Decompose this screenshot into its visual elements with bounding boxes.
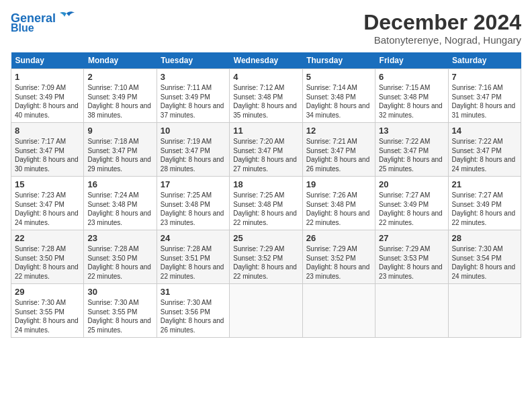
day-info: Sunrise: 7:28 AM Sunset: 3:50 PM Dayligh… — [87, 244, 152, 281]
day-info: Sunrise: 7:15 AM Sunset: 3:48 PM Dayligh… — [379, 83, 444, 120]
calendar-week-4: 22 Sunrise: 7:28 AM Sunset: 3:50 PM Dayl… — [11, 230, 521, 284]
calendar-cell — [448, 284, 521, 338]
weekday-header-friday: Friday — [375, 52, 448, 69]
calendar-cell: 29 Sunrise: 7:30 AM Sunset: 3:55 PM Dayl… — [11, 284, 84, 338]
day-number: 27 — [379, 233, 444, 243]
calendar-cell: 19 Sunrise: 7:26 AM Sunset: 3:48 PM Dayl… — [302, 177, 375, 230]
day-info: Sunrise: 7:23 AM Sunset: 3:47 PM Dayligh… — [15, 191, 80, 227]
day-number: 20 — [379, 179, 444, 189]
calendar-cell: 24 Sunrise: 7:28 AM Sunset: 3:51 PM Dayl… — [157, 230, 229, 284]
day-number: 12 — [306, 126, 371, 136]
calendar-cell: 25 Sunrise: 7:29 AM Sunset: 3:52 PM Dayl… — [230, 230, 302, 284]
calendar-cell: 26 Sunrise: 7:29 AM Sunset: 3:52 PM Dayl… — [302, 230, 375, 284]
calendar-cell: 21 Sunrise: 7:27 AM Sunset: 3:49 PM Dayl… — [448, 177, 521, 230]
logo: General Blue — [11, 11, 76, 34]
day-info: Sunrise: 7:24 AM Sunset: 3:48 PM Dayligh… — [87, 191, 152, 227]
day-info: Sunrise: 7:25 AM Sunset: 3:48 PM Dayligh… — [161, 191, 226, 227]
calendar-week-2: 8 Sunrise: 7:17 AM Sunset: 3:47 PM Dayli… — [11, 123, 521, 177]
calendar-body: 1 Sunrise: 7:09 AM Sunset: 3:49 PM Dayli… — [11, 69, 521, 338]
calendar-cell: 30 Sunrise: 7:30 AM Sunset: 3:55 PM Dayl… — [84, 284, 157, 338]
weekday-header-sunday: Sunday — [11, 52, 84, 69]
day-info: Sunrise: 7:30 AM Sunset: 3:55 PM Dayligh… — [15, 298, 80, 334]
day-number: 6 — [379, 72, 444, 82]
calendar-header: SundayMondayTuesdayWednesdayThursdayFrid… — [11, 52, 521, 69]
calendar-cell: 10 Sunrise: 7:19 AM Sunset: 3:47 PM Dayl… — [157, 123, 229, 177]
calendar-cell: 8 Sunrise: 7:17 AM Sunset: 3:47 PM Dayli… — [11, 123, 84, 177]
calendar-cell: 22 Sunrise: 7:28 AM Sunset: 3:50 PM Dayl… — [11, 230, 84, 284]
day-info: Sunrise: 7:10 AM Sunset: 3:49 PM Dayligh… — [87, 83, 152, 120]
day-info: Sunrise: 7:25 AM Sunset: 3:48 PM Dayligh… — [233, 191, 298, 227]
day-number: 9 — [87, 126, 152, 136]
day-info: Sunrise: 7:30 AM Sunset: 3:56 PM Dayligh… — [161, 298, 226, 334]
calendar-cell: 13 Sunrise: 7:22 AM Sunset: 3:47 PM Dayl… — [375, 123, 448, 177]
calendar-cell: 4 Sunrise: 7:12 AM Sunset: 3:48 PM Dayli… — [230, 69, 302, 123]
day-info: Sunrise: 7:27 AM Sunset: 3:49 PM Dayligh… — [452, 191, 517, 227]
day-number: 23 — [87, 233, 152, 243]
day-info: Sunrise: 7:27 AM Sunset: 3:49 PM Dayligh… — [379, 191, 444, 227]
day-info: Sunrise: 7:29 AM Sunset: 3:52 PM Dayligh… — [233, 244, 298, 281]
day-number: 4 — [233, 72, 298, 82]
day-number: 24 — [161, 233, 226, 243]
day-number: 22 — [15, 233, 80, 243]
calendar-cell: 18 Sunrise: 7:25 AM Sunset: 3:48 PM Dayl… — [230, 177, 302, 230]
calendar-cell: 6 Sunrise: 7:15 AM Sunset: 3:48 PM Dayli… — [375, 69, 448, 123]
day-number: 16 — [87, 179, 152, 189]
day-info: Sunrise: 7:11 AM Sunset: 3:49 PM Dayligh… — [161, 83, 226, 120]
day-number: 30 — [87, 287, 152, 297]
day-info: Sunrise: 7:17 AM Sunset: 3:47 PM Dayligh… — [15, 137, 80, 173]
weekday-header-row: SundayMondayTuesdayWednesdayThursdayFrid… — [11, 52, 521, 69]
day-number: 7 — [452, 72, 517, 82]
calendar-cell — [302, 284, 375, 338]
day-info: Sunrise: 7:20 AM Sunset: 3:47 PM Dayligh… — [233, 137, 298, 173]
calendar-cell: 5 Sunrise: 7:14 AM Sunset: 3:48 PM Dayli… — [302, 69, 375, 123]
day-number: 26 — [306, 233, 371, 243]
day-number: 8 — [15, 126, 80, 136]
calendar-cell: 16 Sunrise: 7:24 AM Sunset: 3:48 PM Dayl… — [84, 177, 157, 230]
calendar-week-1: 1 Sunrise: 7:09 AM Sunset: 3:49 PM Dayli… — [11, 69, 521, 123]
page-header: General Blue December 2024 Batonyterenye… — [11, 11, 521, 46]
calendar-cell: 15 Sunrise: 7:23 AM Sunset: 3:47 PM Dayl… — [11, 177, 84, 230]
calendar-cell: 17 Sunrise: 7:25 AM Sunset: 3:48 PM Dayl… — [157, 177, 229, 230]
weekday-header-thursday: Thursday — [302, 52, 375, 69]
day-info: Sunrise: 7:29 AM Sunset: 3:52 PM Dayligh… — [306, 244, 371, 281]
day-number: 29 — [15, 287, 80, 297]
calendar-cell: 28 Sunrise: 7:30 AM Sunset: 3:54 PM Dayl… — [448, 230, 521, 284]
day-number: 15 — [15, 179, 80, 189]
calendar-cell: 11 Sunrise: 7:20 AM Sunset: 3:47 PM Dayl… — [230, 123, 302, 177]
day-number: 3 — [161, 72, 226, 82]
day-number: 21 — [452, 179, 517, 189]
calendar-cell: 27 Sunrise: 7:29 AM Sunset: 3:53 PM Dayl… — [375, 230, 448, 284]
calendar-cell: 1 Sunrise: 7:09 AM Sunset: 3:49 PM Dayli… — [11, 69, 84, 123]
calendar-cell — [230, 284, 302, 338]
day-number: 14 — [452, 126, 517, 136]
day-info: Sunrise: 7:14 AM Sunset: 3:48 PM Dayligh… — [306, 83, 371, 120]
calendar-cell: 7 Sunrise: 7:16 AM Sunset: 3:47 PM Dayli… — [448, 69, 521, 123]
calendar-cell: 31 Sunrise: 7:30 AM Sunset: 3:56 PM Dayl… — [157, 284, 229, 338]
month-title: December 2024 — [363, 11, 521, 34]
day-number: 19 — [306, 179, 371, 189]
calendar-week-5: 29 Sunrise: 7:30 AM Sunset: 3:55 PM Dayl… — [11, 284, 521, 338]
day-number: 11 — [233, 126, 298, 136]
calendar-week-3: 15 Sunrise: 7:23 AM Sunset: 3:47 PM Dayl… — [11, 177, 521, 230]
calendar-cell: 20 Sunrise: 7:27 AM Sunset: 3:49 PM Dayl… — [375, 177, 448, 230]
day-info: Sunrise: 7:26 AM Sunset: 3:48 PM Dayligh… — [306, 191, 371, 227]
day-number: 13 — [379, 126, 444, 136]
day-info: Sunrise: 7:12 AM Sunset: 3:48 PM Dayligh… — [233, 83, 298, 120]
day-info: Sunrise: 7:09 AM Sunset: 3:49 PM Dayligh… — [15, 83, 80, 120]
weekday-header-tuesday: Tuesday — [157, 52, 229, 69]
day-info: Sunrise: 7:28 AM Sunset: 3:50 PM Dayligh… — [15, 244, 80, 281]
day-info: Sunrise: 7:22 AM Sunset: 3:47 PM Dayligh… — [379, 137, 444, 173]
day-number: 2 — [87, 72, 152, 82]
day-number: 17 — [161, 179, 226, 189]
day-number: 25 — [233, 233, 298, 243]
day-info: Sunrise: 7:30 AM Sunset: 3:55 PM Dayligh… — [87, 298, 152, 334]
day-number: 28 — [452, 233, 517, 243]
calendar-cell: 14 Sunrise: 7:22 AM Sunset: 3:47 PM Dayl… — [448, 123, 521, 177]
calendar-cell — [375, 284, 448, 338]
day-info: Sunrise: 7:19 AM Sunset: 3:47 PM Dayligh… — [161, 137, 226, 173]
day-info: Sunrise: 7:18 AM Sunset: 3:47 PM Dayligh… — [87, 137, 152, 173]
weekday-header-wednesday: Wednesday — [230, 52, 302, 69]
day-number: 5 — [306, 72, 371, 82]
calendar-cell: 23 Sunrise: 7:28 AM Sunset: 3:50 PM Dayl… — [84, 230, 157, 284]
day-number: 18 — [233, 179, 298, 189]
